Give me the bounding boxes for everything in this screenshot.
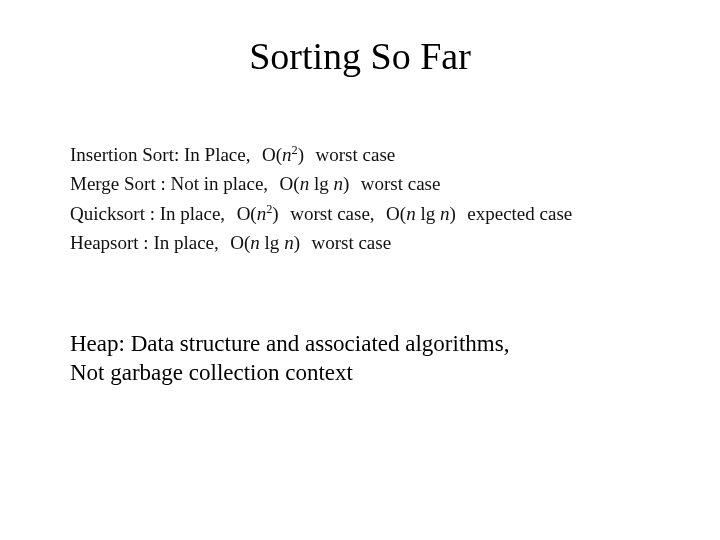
- complexity-extra: O(n lg n): [379, 203, 462, 224]
- algorithms-list: Insertion Sort: In Place, O(n2) worst ca…: [70, 140, 630, 258]
- placement-text: In place,: [153, 232, 218, 253]
- footnote-line: Heap: Data structure and associated algo…: [70, 330, 630, 359]
- complexity: O(n lg n): [224, 232, 307, 253]
- separator: :: [139, 232, 154, 253]
- separator: :: [156, 173, 171, 194]
- separator: :: [145, 203, 160, 224]
- slide-title: Sorting So Far: [0, 34, 720, 78]
- footnote-line: Not garbage collection context: [70, 359, 630, 388]
- algorithm-row: Quicksort : In place, O(n2) worst case, …: [70, 199, 630, 228]
- footnote: Heap: Data structure and associated algo…: [70, 330, 630, 388]
- algorithm-row: Heapsort : In place, O(n lg n) worst cas…: [70, 228, 630, 257]
- case-text: worst case: [316, 144, 396, 165]
- complexity: O(n2): [255, 144, 311, 165]
- slide: Sorting So Far Insertion Sort: In Place,…: [0, 0, 720, 540]
- case-text: worst case,: [290, 203, 374, 224]
- case-text: worst case: [361, 173, 441, 194]
- placement-text: Not in place,: [170, 173, 268, 194]
- complexity: O(n2): [230, 203, 286, 224]
- algorithm-name: Quicksort: [70, 203, 145, 224]
- algorithm-row: Merge Sort : Not in place, O(n lg n) wor…: [70, 169, 630, 198]
- case-text: worst case: [311, 232, 391, 253]
- placement-text: In place,: [160, 203, 225, 224]
- separator: :: [174, 144, 184, 165]
- algorithm-name: Insertion Sort: [70, 144, 174, 165]
- algorithm-row: Insertion Sort: In Place, O(n2) worst ca…: [70, 140, 630, 169]
- algorithm-name: Heapsort: [70, 232, 139, 253]
- placement-text: In Place,: [184, 144, 250, 165]
- complexity: O(n lg n): [273, 173, 356, 194]
- algorithm-name: Merge Sort: [70, 173, 156, 194]
- case-text-extra: expected case: [467, 203, 572, 224]
